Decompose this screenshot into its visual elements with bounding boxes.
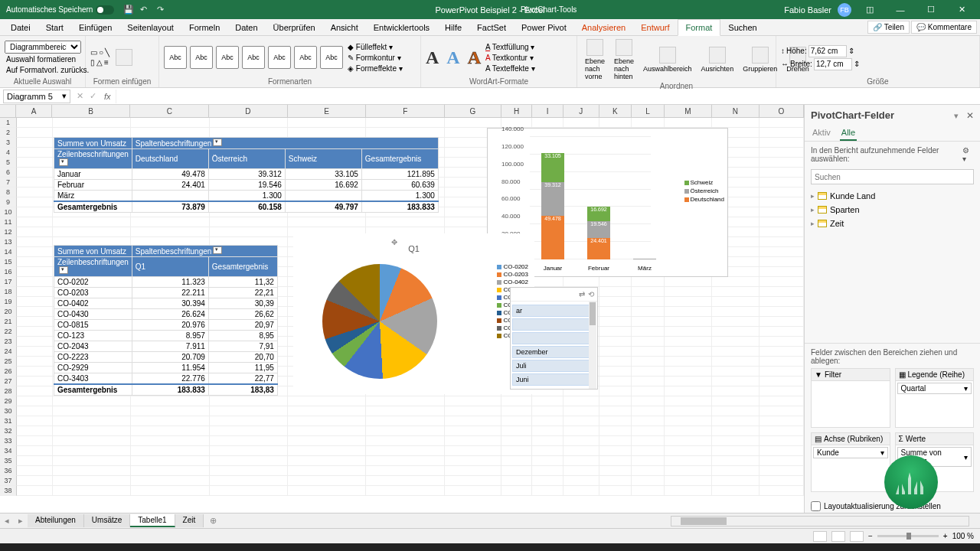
fields-tab-all[interactable]: Alle [840,126,857,141]
column-header[interactable]: K [599,105,632,117]
sheet-tab[interactable]: Abteilungen [28,514,84,527]
toggle-switch-icon[interactable] [96,5,114,15]
ribbon-tab[interactable]: Suchen [720,20,764,35]
shape-oval-icon[interactable]: ○ [99,48,103,57]
row-header[interactable]: 30 [0,406,17,416]
ribbon-tab[interactable]: Power Pivot [514,20,574,35]
ribbon-tab[interactable]: Datei [3,20,38,35]
close-icon[interactable]: ✕ [966,110,974,121]
column-header[interactable]: G [445,105,501,117]
share-button[interactable]: 🔗 Teilen [867,21,910,34]
row-header[interactable]: 23 [0,337,17,347]
row-header[interactable]: 7 [0,178,17,187]
fields-tab-active[interactable]: Aktiv [811,126,832,141]
arrange-button[interactable]: Ausrichten [698,45,737,74]
filter-icon[interactable] [213,246,222,254]
row-header[interactable]: 28 [0,386,17,396]
column-header[interactable]: J [564,105,599,117]
column-header[interactable]: N [712,105,760,117]
shape-rect-icon[interactable]: ▭ [90,48,97,57]
row-header[interactable]: 14 [0,247,17,257]
ribbon-tab[interactable]: Überprüfen [266,20,323,35]
save-icon[interactable]: 💾 [123,5,134,15]
shape-textbox-icon[interactable]: ▯ [90,58,95,67]
page-break-view-icon[interactable] [850,531,864,542]
column-header[interactable]: C [130,105,209,117]
field-table[interactable]: Kunde Land [811,189,974,203]
autosave-toggle[interactable]: Automatisches Speichern [6,5,114,15]
close-icon[interactable]: ✕ [949,0,974,19]
reset-style-button[interactable]: Auf Formatvorl. zurücks. [5,65,90,75]
slicer-item[interactable]: Juli [512,360,596,372]
row-header[interactable]: 12 [0,227,17,237]
slicer-item[interactable] [512,332,596,344]
filter-icon[interactable] [59,266,68,274]
row-header[interactable]: 25 [0,357,17,367]
add-sheet-icon[interactable]: ⊕ [204,516,223,526]
text-effects-button[interactable]: A Texteffekte ▾ [484,64,537,73]
ribbon-tab[interactable]: Daten [227,20,265,35]
row-header[interactable]: 17 [0,277,17,287]
row-header[interactable]: 21 [0,317,17,327]
filter-icon[interactable] [59,158,68,166]
row-header[interactable]: 15 [0,257,17,267]
row-header[interactable]: 10 [0,207,17,217]
page-layout-view-icon[interactable] [831,531,845,542]
field-search-input[interactable] [811,169,974,184]
column-header[interactable]: M [665,105,712,117]
ribbon-mode-icon[interactable]: ◫ [858,0,882,19]
sheet-nav-next-icon[interactable]: ▸ [14,516,28,526]
wordart-gallery[interactable]: AAA [426,47,481,68]
ribbon-tab[interactable]: Entwicklertools [366,20,437,35]
shape-effects-button[interactable]: ◈ Formeffekte ▾ [346,64,404,73]
enter-icon[interactable]: ✓ [87,91,100,101]
pivot-table-2[interactable]: Summe von UmsatzSpaltenbeschriftungen Ze… [54,245,278,396]
column-header[interactable]: F [366,105,445,117]
row-header[interactable]: 33 [0,436,17,446]
zoom-out-icon[interactable]: − [868,532,873,540]
row-header[interactable]: 11 [0,217,17,227]
sheet-tab[interactable]: Tabelle1 [130,514,175,527]
shape-outline-button[interactable]: ✎ Formkontur ▾ [346,53,404,63]
column-header[interactable]: D [209,105,288,117]
row-header[interactable]: 19 [0,297,17,307]
column-header[interactable]: O [760,105,804,117]
legend-dropzone[interactable]: ▦ Legende (Reihe)Quartal▾ [895,368,975,428]
fx-icon[interactable]: fx [100,92,116,101]
ribbon-tab[interactable]: Einfügen [71,20,119,35]
width-input[interactable] [814,58,852,70]
ribbon-tab[interactable]: Formeln [181,20,227,35]
row-header[interactable]: 8 [0,187,17,197]
formula-input[interactable] [116,90,980,103]
sheet-tab[interactable]: Zeit [175,514,204,527]
ribbon-tab[interactable]: Format [678,19,721,36]
comments-button[interactable]: 💬 Kommentare [911,21,977,34]
zoom-slider[interactable] [877,535,939,537]
user-avatar[interactable]: FB [838,3,851,17]
row-header[interactable]: 34 [0,446,17,456]
move-icon[interactable]: ✥ [391,238,397,246]
row-header[interactable]: 6 [0,168,17,178]
row-header[interactable]: 24 [0,347,17,357]
zoom-level[interactable]: 100 % [952,532,974,540]
row-header[interactable]: 36 [0,466,17,476]
row-header[interactable]: 2 [0,128,17,138]
clear-filter-icon[interactable]: ⟲ [588,290,594,298]
sheet-tab[interactable]: Umsätze [84,514,130,527]
defer-layout-checkbox[interactable] [811,501,821,511]
slicer-item[interactable]: Dezember [512,346,596,358]
normal-view-icon[interactable] [813,531,827,542]
row-header[interactable]: 26 [0,367,17,377]
filter-icon[interactable] [213,139,222,146]
ribbon-tab[interactable]: Hilfe [437,20,469,35]
row-header[interactable]: 1 [0,118,17,128]
filter-dropzone[interactable]: ▼ Filter [811,368,890,428]
column-header[interactable]: H [501,105,533,117]
row-header[interactable]: 20 [0,307,17,317]
shape-styles-gallery[interactable]: AbcAbcAbc AbcAbcAbcAbc [164,46,343,69]
pane-options-icon[interactable]: ▾ [954,111,959,120]
stepper-icon[interactable]: ⇕ [854,60,860,68]
row-header[interactable]: 16 [0,267,17,277]
axis-dropzone[interactable]: ▤ Achse (Rubriken)Kunde▾ [811,432,890,492]
text-outline-button[interactable]: A Textkontur ▾ [484,53,537,63]
